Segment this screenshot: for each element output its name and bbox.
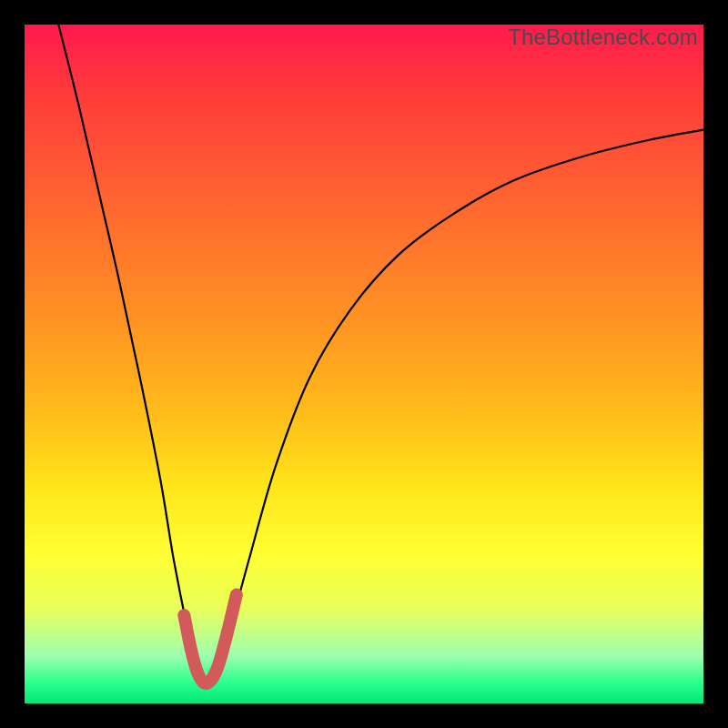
optimal-region-highlight [184,595,236,683]
chart-frame: TheBottleneck.com [25,25,703,703]
curve-layer [25,25,703,703]
plot-area: TheBottleneck.com [25,25,703,703]
bottleneck-curve [58,25,703,683]
watermark-text: TheBottleneck.com [508,25,698,50]
